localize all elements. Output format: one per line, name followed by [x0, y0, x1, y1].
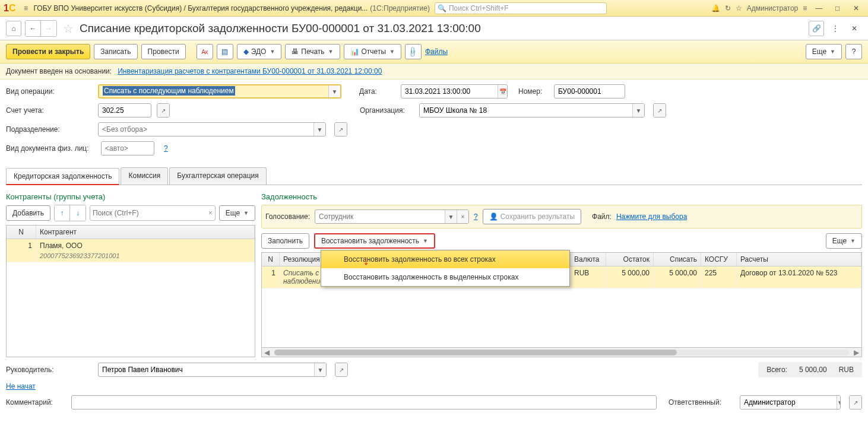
favorite-icon[interactable]: ☆	[63, 21, 74, 36]
schet-field[interactable]	[99, 104, 151, 117]
bell-icon[interactable]: 🔔	[711, 4, 720, 12]
scroll-left-icon[interactable]: ◀	[262, 348, 272, 357]
settings-icon[interactable]: ≡	[803, 4, 807, 12]
files-link[interactable]: Файлы	[425, 47, 448, 56]
open-icon[interactable]: ↗	[157, 104, 169, 117]
chevron-down-icon[interactable]: ▼	[837, 396, 841, 409]
comment-label: Комментарий:	[6, 398, 65, 407]
schet-open[interactable]: ↗	[157, 103, 170, 118]
minimize-button[interactable]: —	[810, 4, 827, 12]
tab-komissiya[interactable]: Комиссия	[121, 167, 168, 185]
ruk-input[interactable]: ▼	[98, 363, 327, 377]
attach-button[interactable]: 📎	[405, 44, 422, 59]
scroll-thumb[interactable]	[274, 350, 677, 355]
comment-input[interactable]	[71, 395, 657, 409]
chevron-down-icon[interactable]: ▼	[313, 123, 325, 136]
chevron-down-icon[interactable]: ▼	[632, 104, 644, 117]
org-field[interactable]	[420, 104, 632, 117]
org-input[interactable]: ▼	[419, 103, 645, 118]
lines-icon-button[interactable]: ▤	[217, 44, 233, 59]
golos-input[interactable]: ▼ ×	[315, 209, 469, 224]
zapolnit-button[interactable]: Заполнить	[261, 233, 309, 249]
debt-more-button[interactable]: Еще▼	[826, 233, 862, 249]
viddoc-input[interactable]: ×	[101, 141, 154, 155]
golos-help[interactable]: ?	[474, 212, 478, 221]
print-button[interactable]: 🖶Печать▼	[285, 44, 340, 59]
star-icon[interactable]: ☆	[736, 4, 742, 12]
ruk-field[interactable]	[99, 363, 314, 376]
basis-link[interactable]: Инвентаризация расчетов с контрагентами …	[118, 67, 382, 75]
schet-input[interactable]: ▼	[98, 103, 151, 118]
tab-kreditorskaya[interactable]: Кредиторская задолженность	[6, 168, 119, 185]
vid-operacii-select[interactable]: Списать с последующим наблюдением ▼	[98, 84, 341, 99]
provesti-i-zakryt-button[interactable]: Провести и закрыть	[6, 44, 90, 59]
add-button[interactable]: Добавить	[6, 205, 50, 221]
left-more-button[interactable]: Еще▼	[219, 205, 255, 221]
restore-selected-item[interactable]: Восстановить задолженность в выделенных …	[321, 268, 569, 286]
history-icon[interactable]: ↻	[725, 4, 731, 12]
maximize-button[interactable]: □	[829, 4, 846, 12]
close-pane-button[interactable]: ✕	[847, 21, 862, 36]
move-up-button[interactable]: ↑	[55, 205, 70, 221]
chevron-down-icon[interactable]: ▼	[328, 85, 340, 97]
podrazd-field[interactable]	[99, 123, 313, 136]
nomer-field[interactable]	[555, 85, 625, 98]
contragents-panel: Контрагенты (группы учета) Добавить ↑ ↓ …	[6, 190, 255, 357]
contragent-search-field[interactable]	[93, 209, 208, 217]
dk-icon-button[interactable]: Ак	[197, 44, 213, 59]
open-icon[interactable]: ↗	[335, 123, 347, 136]
chevron-down-icon[interactable]: ▼	[445, 210, 457, 223]
status-link[interactable]: Не начат	[6, 382, 36, 390]
provesti-button[interactable]: Провести	[141, 44, 186, 59]
open-icon[interactable]: ↗	[335, 363, 347, 376]
podrazd-input[interactable]: ▼	[98, 122, 326, 136]
otv-open[interactable]: ↗	[849, 395, 862, 409]
contragents-grid[interactable]: N Контрагент 1 Пламя, ООО 20007752369233…	[6, 225, 255, 357]
restore-all-item[interactable]: Восстановить задолженность во всех строк…	[321, 250, 569, 268]
user-label[interactable]: Администратор	[747, 4, 799, 12]
hscroll[interactable]: ◀ ▶	[261, 348, 862, 357]
file-choose-link[interactable]: Нажмите для выбора	[616, 212, 687, 221]
contragent-search[interactable]: ×	[90, 205, 216, 221]
edo-button[interactable]: ◆ЭДО▼	[237, 44, 282, 59]
calendar-icon[interactable]: 📅	[498, 85, 507, 98]
nav-forward[interactable]: →	[41, 21, 56, 36]
date-input[interactable]: 📅	[401, 84, 508, 99]
kebab-icon[interactable]: ⋮	[828, 21, 843, 36]
viddoc-help[interactable]: ?	[164, 144, 168, 153]
podrazd-open[interactable]: ↗	[334, 122, 347, 136]
otv-input[interactable]: ▼	[740, 395, 841, 409]
golos-label: Голосование:	[265, 212, 310, 221]
home-button[interactable]: ⌂	[6, 21, 21, 36]
nav-back[interactable]: ←	[26, 21, 41, 36]
chevron-down-icon[interactable]: ▼	[314, 363, 326, 376]
more-button[interactable]: Еще▼	[806, 44, 842, 59]
clear-icon[interactable]: ×	[208, 209, 213, 217]
scroll-right-icon[interactable]: ▶	[851, 348, 861, 357]
reports-button[interactable]: 📊Отчеты▼	[344, 44, 401, 59]
clear-icon[interactable]: ×	[457, 210, 468, 223]
move-down-button[interactable]: ↓	[70, 205, 85, 221]
org-open[interactable]: ↗	[653, 103, 666, 118]
otv-field[interactable]	[740, 396, 837, 409]
help-button[interactable]: ?	[845, 44, 862, 59]
open-icon[interactable]: ↗	[850, 396, 861, 409]
window-title: ГОБУ ВПО Университет искусств (Субсидия)…	[33, 4, 368, 12]
golos-field[interactable]	[315, 210, 445, 223]
restore-debt-button[interactable]: Восстановить задолженность▼	[314, 233, 435, 249]
global-search[interactable]: 🔍 Поиск Ctrl+Shift+F	[435, 2, 607, 14]
date-field[interactable]	[401, 85, 498, 98]
zapisat-button[interactable]: Записать	[94, 44, 137, 59]
open-icon[interactable]: ↗	[654, 104, 666, 117]
link-icon[interactable]: 🔗	[809, 21, 824, 36]
close-button[interactable]: ✕	[848, 4, 864, 12]
ruk-open[interactable]: ↗	[335, 363, 348, 377]
viddoc-field[interactable]	[102, 142, 154, 155]
menu-icon[interactable]: ≡	[20, 4, 31, 12]
comment-field[interactable]	[72, 396, 656, 409]
tab-bukhoper[interactable]: Бухгалтерская операция	[169, 167, 266, 185]
save-results-button[interactable]: 👤 Сохранить результаты	[483, 209, 581, 224]
nomer-input[interactable]	[554, 84, 625, 99]
col-kosgu: КОСГУ	[701, 253, 737, 266]
contragent-row[interactable]: 1 Пламя, ООО 2000775236923377201001	[7, 239, 255, 262]
